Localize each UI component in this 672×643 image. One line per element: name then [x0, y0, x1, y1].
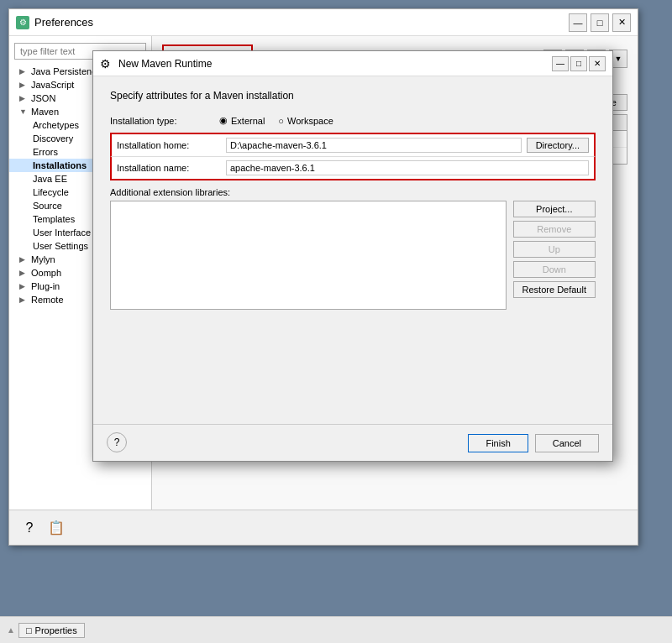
dialog-maven-icon: ⚙	[100, 57, 113, 71]
radio-workspace[interactable]: ○ Workspace	[278, 116, 333, 126]
installation-home-label: Installation home:	[117, 140, 226, 150]
sidebar-item-label: Java EE	[33, 174, 67, 184]
taskbar-item-label: Properties	[35, 625, 77, 635]
close-button[interactable]: ✕	[612, 13, 631, 32]
preferences-footer: ? 📋	[9, 510, 638, 545]
ext-up-button[interactable]: Up	[513, 241, 596, 258]
taskbar-item-icon: □	[26, 625, 32, 635]
dialog-close-button[interactable]: ✕	[589, 56, 606, 71]
dialog-title-left: ⚙ New Maven Runtime	[100, 57, 212, 71]
restore-button[interactable]: □	[591, 13, 609, 32]
cancel-button[interactable]: Cancel	[535, 434, 599, 452]
dialog-body: Specify attributes for a Maven installat…	[93, 76, 612, 323]
directory-button[interactable]: Directory...	[527, 138, 589, 153]
installation-type-label: Installation type:	[110, 116, 219, 126]
sidebar-item-label: Source	[33, 201, 62, 211]
preferences-title: Preferences	[34, 16, 93, 29]
export-icon[interactable]: 📋	[46, 518, 66, 538]
help-icon[interactable]: ?	[19, 518, 39, 538]
sidebar-item-label: Mylyn	[31, 254, 55, 264]
sidebar-item-label: Installations	[33, 160, 87, 170]
dialog-minimize-button[interactable]: —	[552, 56, 569, 71]
extensions-area: Project... Remove Up Down Restore Defaul…	[110, 201, 596, 310]
project-button[interactable]: Project...	[513, 201, 596, 217]
taskbar-properties-button[interactable]: □ Properties	[18, 623, 85, 638]
installation-home-input[interactable]	[226, 138, 522, 153]
maven-runtime-dialog: ⚙ New Maven Runtime — □ ✕ Specify attrib…	[92, 50, 613, 462]
title-left: ⚙ Preferences	[16, 16, 93, 29]
radio-external-icon: ◉	[219, 115, 228, 126]
restore-default-button[interactable]: Restore Default	[513, 281, 596, 298]
sidebar-item-label: Java Persistence	[31, 66, 102, 76]
finish-button[interactable]: Finish	[468, 434, 528, 452]
dialog-titlebar: ⚙ New Maven Runtime — □ ✕	[93, 51, 612, 76]
dialog-window-controls: — □ ✕	[552, 56, 606, 71]
dialog-footer: ? Finish Cancel	[93, 424, 612, 461]
sidebar-item-label: Maven	[31, 107, 59, 117]
sidebar-item-label: Remote	[31, 295, 64, 305]
radio-external[interactable]: ◉ External	[219, 115, 265, 126]
installation-type-row: Installation type: ◉ External ○ Workspac…	[110, 115, 596, 126]
installation-name-label: Installation name:	[117, 163, 226, 173]
dialog-help: ?	[107, 432, 127, 452]
window-controls: — □ ✕	[569, 13, 631, 32]
extensions-label: Additional extension libraries:	[110, 187, 596, 197]
sidebar-item-label: JavaScript	[31, 80, 74, 90]
extensions-list	[110, 201, 507, 310]
installation-name-input[interactable]	[226, 160, 589, 175]
radio-workspace-icon: ○	[278, 116, 284, 126]
dialog-description: Specify attributes for a Maven installat…	[110, 90, 596, 102]
extensions-buttons: Project... Remove Up Down Restore Defaul…	[513, 201, 596, 310]
preferences-titlebar: ⚙ Preferences — □ ✕	[9, 9, 638, 36]
ext-remove-button[interactable]: Remove	[513, 221, 596, 238]
sidebar-item-label: Oomph	[31, 268, 61, 278]
sidebar-item-label: Lifecycle	[33, 187, 69, 197]
sidebar-item-label: User Interface	[33, 227, 91, 238]
taskbar-expand-icon: ▲	[7, 625, 15, 635]
dialog-restore-button[interactable]: □	[570, 56, 587, 71]
preferences-icon: ⚙	[16, 16, 29, 29]
sidebar-item-label: User Settings	[33, 241, 88, 251]
sidebar-item-label: JSON	[31, 93, 55, 103]
sidebar-item-label: Plug-in	[31, 281, 60, 291]
sidebar-item-label: Discovery	[33, 133, 73, 144]
sidebar-item-label: Errors	[33, 147, 58, 157]
installation-name-row: Installation name:	[110, 156, 596, 180]
dialog-title: New Maven Runtime	[118, 58, 212, 70]
installation-home-row: Installation home: Directory...	[110, 133, 596, 156]
ext-down-button[interactable]: Down	[513, 261, 596, 278]
expand-arrow: ▶	[19, 67, 28, 76]
sidebar-item-label: Archetypes	[33, 120, 79, 130]
minimize-button[interactable]: —	[569, 13, 587, 32]
radio-group: ◉ External ○ Workspace	[219, 115, 333, 126]
radio-workspace-label: Workspace	[287, 116, 333, 126]
sidebar-item-label: Templates	[33, 214, 75, 224]
dialog-help-button[interactable]: ?	[107, 432, 127, 452]
radio-external-label: External	[231, 116, 265, 126]
taskbar: ▲ □ Properties	[0, 616, 672, 643]
